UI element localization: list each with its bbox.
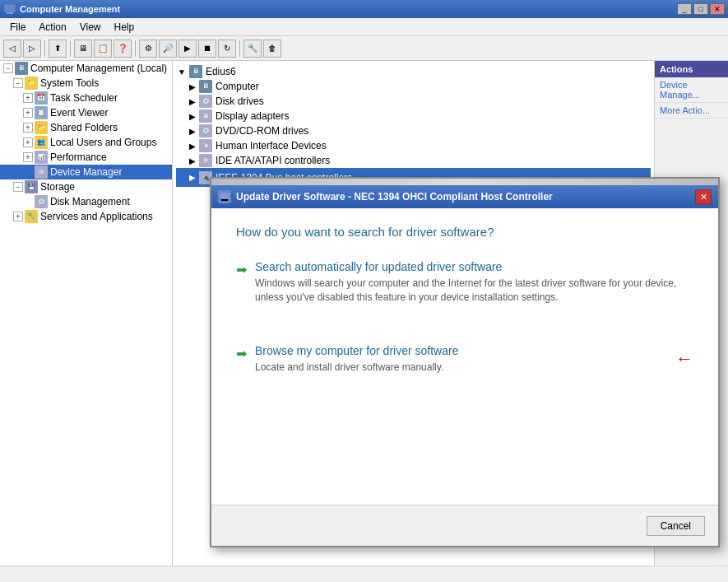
expander-root[interactable]: − bbox=[3, 63, 13, 73]
tree-item-root[interactable]: − 🖥 Computer Management (Local) bbox=[0, 61, 172, 76]
ide-icon: ⚙ bbox=[199, 154, 212, 167]
window-title: Computer Management bbox=[20, 4, 674, 14]
dialog-content: How do you want to search for driver sof… bbox=[211, 208, 718, 505]
update-driver-dialog: Update Driver Software - NEC 1394 OHCI C… bbox=[210, 177, 720, 547]
dialog-title-text: Update Driver Software - NEC 1394 OHCI C… bbox=[236, 191, 690, 203]
dialog-option-browse-title: Browse my computer for driver software bbox=[255, 344, 458, 357]
device-display-adapters[interactable]: ▶ 🖥 Display adapters bbox=[176, 109, 651, 123]
status-bar bbox=[0, 566, 728, 582]
dialog-option-browse[interactable]: ➡ Browse my computer for driver software… bbox=[236, 344, 669, 375]
option-auto-arrow-icon: ➡ bbox=[236, 262, 247, 277]
tree-item-services[interactable]: + 🔧 Services and Applications bbox=[0, 209, 172, 224]
refresh-button[interactable]: ↻ bbox=[218, 40, 236, 58]
dialog-footer: Cancel bbox=[211, 505, 718, 546]
device-ide-label: IDE ATA/ATAPI controllers bbox=[216, 155, 330, 166]
expander-task-scheduler[interactable]: + bbox=[23, 93, 33, 103]
expander-device-manager bbox=[23, 167, 33, 177]
computer-button[interactable]: 🖥 bbox=[74, 40, 92, 58]
menu-bar: File Action View Help bbox=[0, 18, 728, 36]
tools-button[interactable]: 🔧 bbox=[243, 40, 262, 58]
expander-system-tools[interactable]: − bbox=[13, 78, 23, 88]
tree-label-task-scheduler: Task Scheduler bbox=[50, 92, 118, 104]
expander-shared-folders[interactable]: + bbox=[23, 123, 33, 133]
device-computer[interactable]: ▶ 🖥 Computer bbox=[176, 79, 651, 94]
tree-item-event-viewer[interactable]: + 📋 Event Viewer bbox=[0, 105, 172, 120]
device-root[interactable]: ▼ 🖥 Edius6 bbox=[176, 64, 651, 79]
tree-label-device-manager: Device Manager bbox=[50, 166, 122, 178]
extra-button[interactable]: 🗑 bbox=[263, 40, 281, 58]
tree-item-local-users[interactable]: + 👥 Local Users and Groups bbox=[0, 135, 172, 150]
expander-services[interactable]: + bbox=[13, 212, 23, 221]
settings-button[interactable]: ⚙ bbox=[139, 40, 157, 58]
option-browse-arrow-icon: ➡ bbox=[236, 346, 247, 361]
dialog-option-browse-wrapper: ➡ Browse my computer for driver software… bbox=[236, 344, 693, 375]
close-button[interactable]: ✕ bbox=[710, 3, 725, 15]
device-disk-drives-label: Disk drives bbox=[216, 95, 264, 107]
toolbar-sep-4 bbox=[239, 40, 240, 57]
tree-item-device-manager[interactable]: ⚙ Device Manager bbox=[0, 165, 172, 179]
svg-rect-1 bbox=[7, 12, 13, 14]
expander-performance[interactable]: + bbox=[23, 152, 33, 162]
right-panel-more-actions[interactable]: More Actio... bbox=[655, 103, 728, 119]
device-hid-label: Human Interface Devices bbox=[216, 140, 327, 151]
tree-item-task-scheduler[interactable]: + 📅 Task Scheduler bbox=[0, 91, 172, 105]
task-icon: 📅 bbox=[35, 91, 48, 105]
back-button[interactable]: ◁ bbox=[3, 40, 21, 58]
device-dvd-label: DVD/CD-ROM drives bbox=[216, 125, 308, 137]
view-menu[interactable]: View bbox=[73, 20, 108, 35]
tree-label-root: Computer Management (Local) bbox=[30, 63, 167, 74]
tree-item-shared-folders[interactable]: + 📂 Shared Folders bbox=[0, 120, 172, 135]
dialog-blur-bar bbox=[211, 179, 718, 185]
arrow-annotation-2: ← bbox=[675, 348, 693, 370]
tree-item-performance[interactable]: + 📊 Performance bbox=[0, 150, 172, 165]
dialog-option-auto-title: Search automatically for updated driver … bbox=[255, 260, 693, 273]
expander-disk-management bbox=[23, 197, 33, 207]
browse-button[interactable]: 🔎 bbox=[159, 40, 177, 58]
dialog-option-browse-desc: Locate and install driver software manua… bbox=[255, 361, 458, 375]
device-disk-drives[interactable]: ▶ 💿 Disk drives bbox=[176, 94, 651, 109]
expander-local-users[interactable]: + bbox=[23, 137, 33, 147]
minimize-button[interactable]: _ bbox=[677, 3, 692, 15]
performance-icon: 📊 bbox=[35, 151, 48, 164]
device-display-label: Display adapters bbox=[216, 110, 289, 122]
action-menu[interactable]: Action bbox=[32, 20, 72, 35]
file-menu[interactable]: File bbox=[3, 20, 32, 35]
device-ide[interactable]: ▶ ⚙ IDE ATA/ATAPI controllers bbox=[176, 153, 651, 168]
dialog-option-browse-text: Browse my computer for driver software L… bbox=[255, 344, 458, 375]
tree-label-disk-management: Disk Management bbox=[50, 196, 130, 207]
help-button[interactable]: ❓ bbox=[114, 40, 132, 58]
cancel-button[interactable]: Cancel bbox=[647, 516, 705, 536]
shared-folder-icon: 📂 bbox=[35, 121, 48, 134]
dialog-option-auto[interactable]: ➡ Search automatically for updated drive… bbox=[236, 260, 693, 305]
expander-event-viewer[interactable]: + bbox=[23, 108, 33, 118]
device-dvd[interactable]: ▶ 💿 DVD/CD-ROM drives bbox=[176, 123, 651, 138]
expander-storage[interactable]: − bbox=[13, 182, 23, 192]
maximize-button[interactable]: □ bbox=[693, 3, 708, 15]
stop-button[interactable]: ⏹ bbox=[198, 40, 216, 58]
play-button[interactable]: ▶ bbox=[179, 40, 197, 58]
forward-button[interactable]: ▷ bbox=[23, 40, 41, 58]
svg-rect-3 bbox=[221, 199, 228, 201]
computer-icon: 🖥 bbox=[15, 62, 28, 75]
tree-label-services: Services and Applications bbox=[40, 211, 153, 222]
svg-rect-2 bbox=[220, 193, 230, 199]
toolbar-sep-3 bbox=[135, 40, 136, 57]
device-computer-label: Computer bbox=[216, 81, 259, 92]
tree-item-storage[interactable]: − 💾 Storage bbox=[0, 179, 172, 194]
tree-label-system-tools: System Tools bbox=[40, 77, 99, 89]
left-panel: − 🖥 Computer Management (Local) − 📁 Syst… bbox=[0, 61, 173, 566]
clipboard-button[interactable]: 📋 bbox=[94, 40, 112, 58]
hid-icon: 🖱 bbox=[199, 139, 212, 152]
dvd-icon: 💿 bbox=[199, 124, 212, 137]
app-icon bbox=[3, 2, 16, 16]
help-menu[interactable]: Help bbox=[108, 20, 141, 35]
svg-rect-0 bbox=[4, 4, 16, 12]
right-panel-device-manage[interactable]: Device Manage... bbox=[655, 77, 728, 103]
tree-item-disk-management[interactable]: 💿 Disk Management bbox=[0, 194, 172, 209]
display-icon: 🖥 bbox=[199, 109, 212, 123]
device-hid[interactable]: ▶ 🖱 Human Interface Devices bbox=[176, 138, 651, 153]
up-button[interactable]: ⬆ bbox=[49, 40, 67, 58]
root-computer-icon: 🖥 bbox=[189, 65, 202, 78]
dialog-close-button[interactable]: ✕ bbox=[695, 189, 712, 204]
tree-item-system-tools[interactable]: − 📁 System Tools bbox=[0, 76, 172, 91]
